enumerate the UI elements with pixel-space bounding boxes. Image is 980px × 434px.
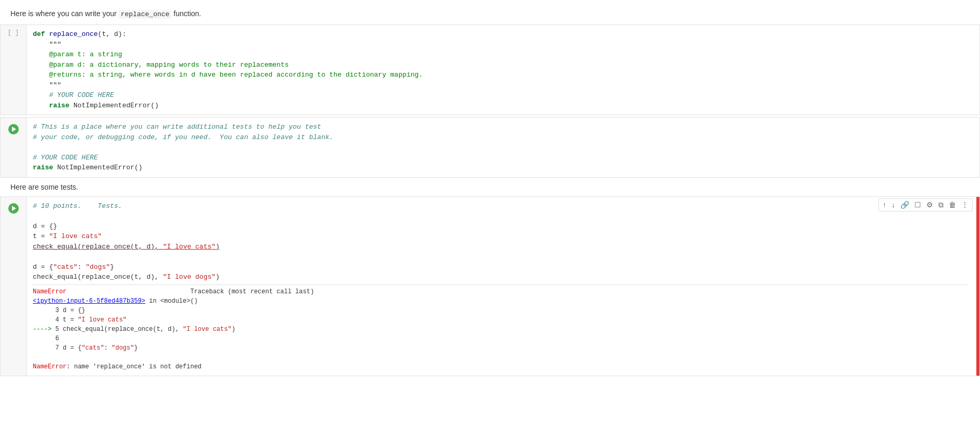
cell-1-content[interactable]: def replace_once(t, d): """ @param t: a …	[27, 25, 974, 115]
toolbar-link-icon[interactable]: 🔗	[899, 200, 911, 209]
toolbar-down-icon[interactable]: ↓	[890, 200, 897, 209]
toolbar-up-icon[interactable]: ↑	[881, 200, 888, 209]
cell-3-run-button[interactable]	[8, 203, 19, 214]
cell-3-wrapper: ↑ ↓ 🔗 ☐ ⚙ ⧉ 🗑 ⋮ # 10 points. Tests. d = …	[0, 196, 980, 376]
toolbar-copy-icon[interactable]: ⧉	[937, 200, 945, 210]
toolbar-more-icon[interactable]: ⋮	[960, 200, 970, 209]
cell-1: [ ] def replace_once(t, d): """ @param t…	[0, 24, 980, 115]
cell-2: # This is a place where you can write ad…	[0, 117, 980, 178]
cell-2-code: # This is a place where you can write ad…	[33, 122, 968, 173]
intro-text: Here is where you can write your replace…	[0, 5, 980, 24]
cell-2-right	[974, 118, 979, 177]
cell-2-gutter	[1, 118, 27, 177]
cell-1-prompt: [ ]	[8, 29, 19, 36]
cell-2-run-button[interactable]	[8, 124, 19, 134]
output-separator	[33, 284, 968, 285]
cell-3: # 10 points. Tests. d = {} t = "I love c…	[0, 196, 980, 376]
toolbar-expand-icon[interactable]: ☐	[913, 200, 923, 209]
cell-3-code: # 10 points. Tests. d = {} t = "I love c…	[33, 201, 968, 282]
run-triangle-icon-3	[12, 206, 16, 211]
red-error-bar	[976, 197, 979, 376]
toolbar-settings-icon[interactable]: ⚙	[925, 200, 935, 209]
cell-3-toolbar: ↑ ↓ 🔗 ☐ ⚙ ⧉ 🗑 ⋮	[878, 199, 973, 212]
intro-code-span: replace_once	[119, 10, 172, 19]
intro-text-after: function.	[171, 9, 201, 18]
cell-1-right	[974, 25, 979, 115]
between-text: Here are some tests.	[0, 178, 980, 196]
cell-3-gutter	[1, 197, 27, 376]
cell-2-content[interactable]: # This is a place where you can write ad…	[27, 118, 974, 177]
intro-text-before: Here is where you can write your	[10, 9, 119, 18]
error-link[interactable]: <ipython-input-6-5f8ed487b359>	[33, 297, 145, 305]
cell-1-gutter: [ ]	[1, 25, 27, 115]
cell-3-right	[974, 197, 979, 376]
toolbar-delete-icon[interactable]: 🗑	[947, 200, 958, 209]
cell-1-code: def replace_once(t, d): """ @param t: a …	[33, 29, 968, 110]
cell-3-content[interactable]: # 10 points. Tests. d = {} t = "I love c…	[27, 197, 974, 376]
notebook: Here is where you can write your replace…	[0, 0, 980, 381]
run-triangle-icon	[12, 127, 16, 132]
cell-3-output: NameError Traceback (most recent call la…	[33, 287, 968, 371]
